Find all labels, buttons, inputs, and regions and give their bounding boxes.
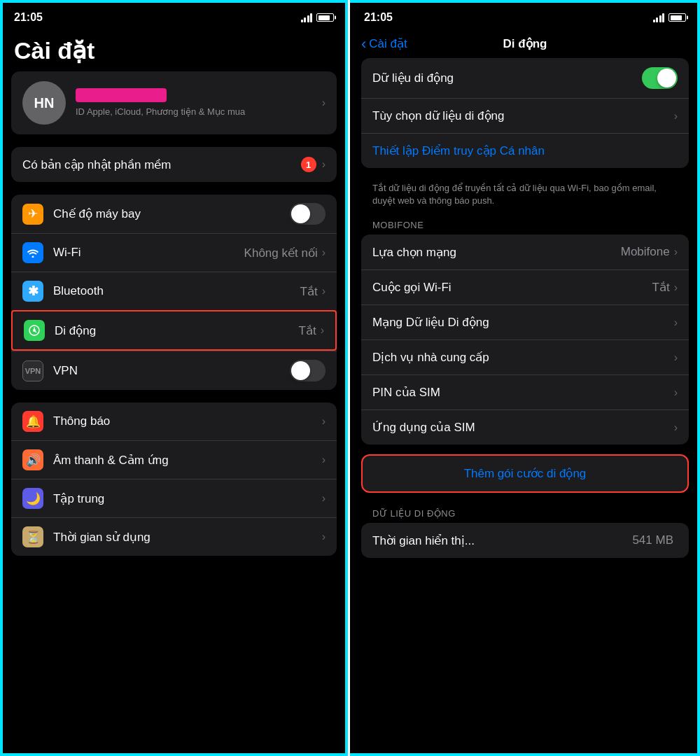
hotspot-row[interactable]: Thiết lập Điểm truy cập Cá nhân: [361, 133, 689, 168]
left-scroll-content: HN ID Apple, iCloud, Phương tiện & Mục m…: [0, 71, 348, 756]
focus-icon: 🌙: [22, 488, 43, 509]
bluetooth-label: Bluetooth: [53, 284, 300, 298]
network-group: ✈ Chế độ máy bay Wi-Fi Không kết nối ›: [11, 195, 337, 390]
profile-info: ID Apple, iCloud, Phương tiện & Mục mua: [76, 88, 312, 118]
add-plan-row[interactable]: Thêm gói cước di động: [363, 456, 687, 491]
mobile-data-desc: Tắt dữ liệu di động để truyền tất cả dữ …: [361, 178, 689, 214]
airplane-row[interactable]: ✈ Chế độ máy bay: [11, 195, 337, 233]
sim-pin-label: PIN của SIM: [372, 385, 674, 400]
cellular-chevron-icon: ›: [321, 324, 324, 337]
current-period-label: Thời gian hiển thị...: [372, 533, 632, 548]
screentime-label: Thời gian sử dụng: [53, 530, 322, 545]
mobile-data-label: Dữ liệu di động: [372, 71, 642, 85]
sim-apps-row[interactable]: Ứng dụng của SIM ›: [361, 410, 689, 444]
profile-group[interactable]: HN ID Apple, iCloud, Phương tiện & Mục m…: [11, 71, 337, 134]
right-panel: 21:05 ‹ Cài đặt Di động Dữ liệu di động: [350, 0, 700, 756]
left-panel: 21:05 Cài đặt HN ID Apple, iCloud, Phươn: [0, 0, 350, 756]
update-badge: 1: [301, 157, 316, 172]
carrier-services-chevron-icon: ›: [674, 351, 678, 364]
network-selection-row[interactable]: Lựa chọn mạng Mobifone ›: [361, 234, 689, 270]
mobile-data-row[interactable]: Dữ liệu di động: [361, 58, 689, 98]
focus-chevron-icon: ›: [322, 492, 326, 505]
network-selection-chevron-icon: ›: [674, 246, 678, 258]
signal-icon: [301, 13, 313, 22]
cellular-network-chevron-icon: ›: [674, 316, 678, 329]
update-group[interactable]: Có bản cập nhật phần mềm 1 ›: [11, 147, 337, 182]
profile-row[interactable]: HN ID Apple, iCloud, Phương tiện & Mục m…: [11, 71, 337, 134]
svg-point-1: [33, 329, 36, 332]
sounds-chevron-icon: ›: [322, 454, 326, 466]
focus-label: Tập trung: [53, 491, 322, 506]
wifi-calling-row[interactable]: Cuộc gọi Wi-Fi Tắt ›: [361, 270, 689, 304]
page-title-section: Cài đặt: [0, 31, 348, 71]
mobile-data-toggle[interactable]: [642, 67, 678, 89]
battery-icon: [316, 13, 334, 22]
vpn-icon: VPN: [22, 360, 43, 382]
bluetooth-icon: ✱: [22, 281, 43, 302]
notifications-icon: 🔔: [22, 411, 43, 432]
hotspot-label: Thiết lập Điểm truy cập Cá nhân: [372, 144, 678, 158]
status-icons-left: [301, 13, 335, 22]
add-plan-group[interactable]: Thêm gói cước di động: [361, 454, 689, 493]
vpn-toggle[interactable]: [290, 360, 326, 382]
cellular-icon: [24, 320, 45, 341]
time-right: 21:05: [364, 11, 393, 24]
app-settings-group: 🔔 Thông báo › 🔊 Âm thanh & Cảm ứng › 🌙 T…: [11, 402, 337, 556]
sim-apps-chevron-icon: ›: [674, 421, 678, 434]
mobifone-group: Lựa chọn mạng Mobifone › Cuộc gọi Wi-Fi …: [361, 234, 689, 444]
update-label: Có bản cập nhật phần mềm: [22, 158, 301, 172]
signal-icon-right: [653, 13, 665, 22]
current-period-row[interactable]: Thời gian hiển thị... 541 MB: [361, 523, 689, 558]
screentime-icon: ⏳: [22, 526, 43, 547]
cellular-value: Tắt: [299, 323, 316, 338]
bluetooth-value: Tắt: [300, 284, 318, 299]
profile-name-bar: [76, 88, 167, 102]
cellular-network-label: Mạng Dữ liệu Di động: [372, 315, 674, 330]
current-period-value: 541 MB: [632, 533, 673, 547]
wifi-icon: [22, 242, 43, 263]
wifi-calling-label: Cuộc gọi Wi-Fi: [372, 280, 652, 295]
airplane-icon: ✈: [22, 204, 43, 225]
vpn-row[interactable]: VPN VPN: [11, 351, 337, 390]
sim-apps-label: Ứng dụng của SIM: [372, 420, 674, 435]
wifi-row[interactable]: Wi-Fi Không kết nối ›: [11, 233, 337, 272]
notifications-row[interactable]: 🔔 Thông báo ›: [11, 402, 337, 440]
nav-title: Di động: [503, 36, 547, 51]
mobile-data-options-chevron-icon: ›: [674, 110, 678, 122]
network-selection-label: Lựa chọn mạng: [372, 245, 621, 260]
cellular-row[interactable]: Di động Tắt ›: [11, 310, 337, 351]
screentime-row[interactable]: ⏳ Thời gian sử dụng ›: [11, 517, 337, 556]
cellular-label: Di động: [55, 323, 299, 338]
wifi-calling-value: Tắt: [652, 280, 670, 295]
carrier-services-row[interactable]: Dịch vụ nhà cung cấp ›: [361, 340, 689, 374]
status-bar-right: 21:05: [350, 0, 700, 31]
nav-header: ‹ Cài đặt Di động: [350, 31, 700, 58]
airplane-toggle[interactable]: [290, 203, 326, 225]
update-row[interactable]: Có bản cập nhật phần mềm 1 ›: [11, 147, 337, 182]
mobile-data-group: Dữ liệu di động Tùy chọn dữ liệu di động…: [361, 58, 689, 168]
screentime-chevron-icon: ›: [322, 531, 326, 543]
right-scroll-content: Dữ liệu di động Tùy chọn dữ liệu di động…: [350, 58, 700, 756]
wifi-chevron-icon: ›: [322, 246, 326, 259]
battery-icon-right: [668, 13, 686, 22]
network-selection-value: Mobifone: [621, 245, 670, 259]
sounds-row[interactable]: 🔊 Âm thanh & Cảm ứng ›: [11, 440, 337, 479]
profile-subtitle: ID Apple, iCloud, Phương tiện & Mục mua: [76, 106, 312, 118]
bluetooth-chevron-icon: ›: [322, 285, 326, 298]
airplane-label: Chế độ máy bay: [53, 206, 290, 221]
data-usage-group: Thời gian hiển thị... 541 MB: [361, 523, 689, 558]
back-label: Cài đặt: [369, 36, 407, 51]
mobifone-section-header: MOBIFONE: [361, 214, 689, 234]
focus-row[interactable]: 🌙 Tập trung ›: [11, 479, 337, 517]
mobile-data-options-row[interactable]: Tùy chọn dữ liệu di động ›: [361, 98, 689, 133]
page-title: Cài đặt: [14, 36, 334, 64]
carrier-services-label: Dịch vụ nhà cung cấp: [372, 350, 674, 365]
data-section-header: DỮ LIỆU DI ĐỘNG: [361, 503, 689, 523]
bluetooth-row[interactable]: ✱ Bluetooth Tắt ›: [11, 272, 337, 310]
profile-chevron-icon: ›: [322, 97, 326, 109]
vpn-label: VPN: [53, 364, 290, 378]
cellular-network-row[interactable]: Mạng Dữ liệu Di động ›: [361, 304, 689, 340]
sim-pin-row[interactable]: PIN của SIM ›: [361, 374, 689, 410]
wifi-value: Không kết nối: [244, 246, 318, 260]
back-button[interactable]: ‹ Cài đặt: [361, 35, 407, 53]
